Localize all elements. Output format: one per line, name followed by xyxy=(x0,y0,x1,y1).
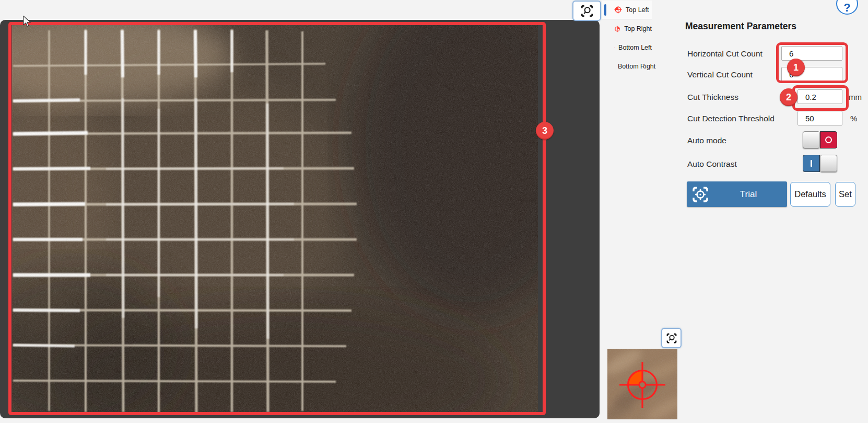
corner-item-label: Bottom Right xyxy=(618,63,655,70)
help-button[interactable]: ? xyxy=(836,0,858,15)
label-vertical-cut-count: Vertical Cut Count xyxy=(687,70,753,79)
corner-item-label: Top Left xyxy=(626,6,649,14)
magnifier-fullscreen-icon xyxy=(580,4,594,18)
label-cut-detection-threshold: Cut Detection Threshold xyxy=(687,114,775,123)
capture-region-annotation xyxy=(8,22,546,415)
auto-contrast-toggle[interactable] xyxy=(803,155,837,172)
corner-item-label: Top Right xyxy=(624,25,652,32)
defaults-button[interactable]: Defaults xyxy=(790,182,830,207)
label-auto-mode: Auto mode xyxy=(687,136,726,145)
corner-item-bottom-left[interactable]: Bottom Left xyxy=(602,38,652,57)
toggle-knob xyxy=(820,155,837,172)
viewer-zoom-button[interactable] xyxy=(572,1,601,21)
target-top-right-icon xyxy=(614,25,620,33)
question-mark-icon: ? xyxy=(843,2,850,14)
target-bottom-left-icon xyxy=(614,44,615,52)
thumbnail-zoom-button[interactable] xyxy=(661,328,682,348)
trial-button-label: Trial xyxy=(710,189,787,200)
auto-mode-toggle[interactable] xyxy=(803,131,837,148)
annotation-rect-cut-thickness xyxy=(792,85,849,111)
corner-list: Top Left Top Right Bottom Left xyxy=(601,0,653,78)
annotation-badge-3: 3 xyxy=(536,122,554,140)
annotation-badge-1: 1 xyxy=(787,59,805,76)
defaults-button-label: Defaults xyxy=(794,189,826,199)
corner-item-top-left[interactable]: Top Left xyxy=(602,1,652,19)
annotation-badge-2: 2 xyxy=(780,88,797,106)
toggle-on-i-icon xyxy=(803,155,820,172)
toggle-knob xyxy=(803,131,820,148)
corner-preview-thumbnail[interactable] xyxy=(607,349,677,419)
target-top-left-icon xyxy=(614,6,622,14)
magnifier-fullscreen-icon xyxy=(666,333,677,344)
corner-item-label: Bottom Left xyxy=(618,44,652,51)
selected-indicator xyxy=(604,4,606,16)
corner-item-top-right[interactable]: Top Right xyxy=(602,19,652,38)
trial-button[interactable]: Trial xyxy=(687,181,787,207)
unit-percent: % xyxy=(850,114,857,123)
panel-title: Measurement Parameters xyxy=(685,21,796,32)
annotation-rect-cut-counts xyxy=(776,42,848,83)
label-auto-contrast: Auto Contrast xyxy=(687,159,737,169)
corner-item-bottom-right[interactable]: Bottom Right xyxy=(602,57,652,76)
set-button-label: Set xyxy=(839,189,852,199)
label-cut-thickness: Cut Thickness xyxy=(687,93,738,102)
label-horizontal-cut-count: Horizontal Cut Count xyxy=(687,49,763,59)
trial-target-icon xyxy=(691,185,710,204)
cut-detection-threshold-input[interactable] xyxy=(797,111,842,125)
unit-mm: mm xyxy=(849,93,862,101)
toggle-off-o-icon xyxy=(820,131,837,148)
measurement-app-window: 3 Top Left xyxy=(0,0,868,423)
cursor-arrow-icon xyxy=(23,16,32,28)
set-button[interactable]: Set xyxy=(835,182,855,207)
